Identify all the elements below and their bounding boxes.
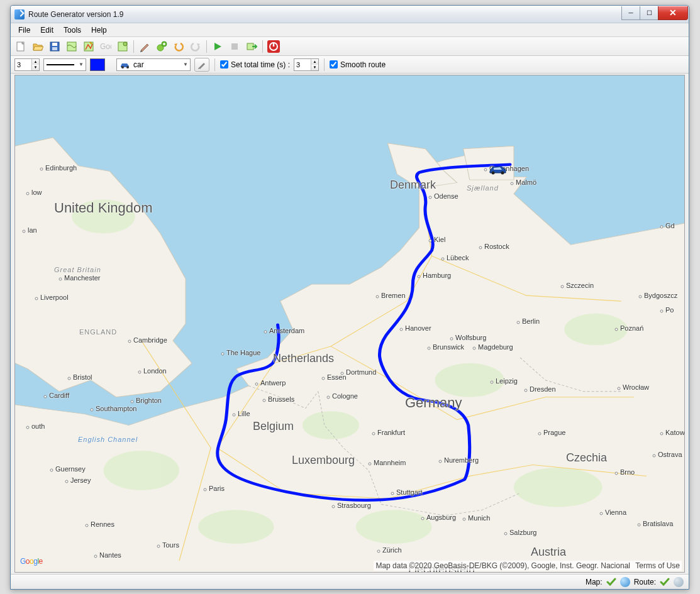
svg-point-21 bbox=[435, 363, 504, 397]
minimize-button[interactable]: ─ bbox=[621, 6, 640, 20]
city-dot bbox=[600, 512, 603, 515]
separator bbox=[206, 40, 207, 53]
city-label: Leipzig bbox=[496, 377, 518, 385]
map-svg bbox=[15, 75, 684, 572]
generate-icon[interactable] bbox=[244, 39, 259, 54]
open-icon[interactable] bbox=[30, 39, 45, 54]
city-dot bbox=[44, 395, 47, 399]
menu-edit[interactable]: Edit bbox=[35, 25, 58, 36]
spinner-buttons[interactable]: ▲▼ bbox=[31, 59, 39, 70]
power-icon[interactable] bbox=[266, 39, 281, 54]
city-label: Tours bbox=[162, 541, 179, 549]
globe-icon[interactable] bbox=[620, 577, 630, 587]
add-point-icon[interactable] bbox=[154, 39, 169, 54]
new-icon[interactable] bbox=[13, 39, 28, 54]
city-label: Guernsey bbox=[55, 465, 86, 473]
smooth-route-label: Smooth route bbox=[340, 60, 386, 69]
spinner-buttons[interactable]: ▲▼ bbox=[311, 59, 318, 70]
vehicle-combo[interactable]: car bbox=[116, 58, 191, 71]
city-dot bbox=[615, 328, 618, 331]
vehicle-marker bbox=[489, 165, 508, 175]
city-dot bbox=[138, 371, 142, 374]
country-label: United Kingdom bbox=[54, 200, 153, 216]
city-label: Nuremberg bbox=[444, 456, 479, 464]
city-label: lan bbox=[28, 226, 37, 234]
map-attribution: Map data ©2020 GeoBasis-DE/BKG (©2009), … bbox=[374, 561, 682, 571]
city-label: Brunswick bbox=[433, 343, 464, 351]
city-label: Szczecin bbox=[566, 282, 594, 289]
separator bbox=[324, 58, 325, 71]
menu-file[interactable]: File bbox=[13, 25, 35, 36]
city-label: Cambridge bbox=[133, 336, 167, 344]
statusbar: Map: Route: bbox=[11, 574, 689, 589]
play-icon[interactable] bbox=[210, 39, 225, 54]
city-dot bbox=[450, 338, 453, 341]
city-dot bbox=[525, 389, 528, 392]
total-time-spinner[interactable]: ▲▼ bbox=[294, 58, 319, 71]
city-label: Jersey bbox=[70, 476, 91, 484]
city-dot bbox=[35, 297, 38, 300]
google-maps-icon[interactable]: Google bbox=[98, 39, 113, 54]
preferences-icon[interactable] bbox=[115, 39, 130, 54]
city-label: Stuttgart bbox=[396, 488, 423, 496]
maximize-button[interactable]: ☐ bbox=[640, 6, 658, 20]
menu-help[interactable]: Help bbox=[86, 25, 112, 36]
city-dot bbox=[439, 460, 442, 463]
svg-point-8 bbox=[123, 42, 127, 46]
city-dot bbox=[638, 524, 641, 527]
globe-icon[interactable] bbox=[674, 577, 684, 587]
total-time-input[interactable] bbox=[294, 59, 311, 70]
svg-rect-2 bbox=[52, 43, 57, 46]
draw-mode-icon[interactable] bbox=[137, 39, 152, 54]
city-dot bbox=[421, 517, 425, 520]
svg-point-25 bbox=[198, 510, 274, 544]
undo-icon[interactable] bbox=[171, 39, 186, 54]
city-label: Brussels bbox=[268, 395, 294, 403]
city-dot bbox=[517, 321, 520, 324]
separator bbox=[262, 40, 263, 53]
city-label: Rostock bbox=[484, 243, 509, 250]
smooth-route-checkbox[interactable] bbox=[330, 60, 338, 69]
city-label: Bydgoszcz bbox=[644, 292, 677, 299]
city-dot bbox=[429, 196, 432, 199]
city-label: Brno bbox=[620, 468, 635, 476]
city-label: Lübeck bbox=[447, 254, 469, 261]
line-style-combo[interactable] bbox=[43, 58, 86, 71]
save-icon[interactable] bbox=[47, 39, 62, 54]
city-dot bbox=[473, 347, 476, 350]
titlebar[interactable]: Route Generator version 1.9 ─ ☐ ✕ bbox=[11, 6, 689, 23]
city-label: Prague bbox=[543, 429, 565, 436]
stop-icon[interactable] bbox=[227, 39, 242, 54]
import-map-icon[interactable] bbox=[64, 39, 79, 54]
pen-width-input[interactable] bbox=[15, 59, 31, 70]
pen-width-spinner[interactable]: ▲▼ bbox=[14, 58, 40, 71]
region-label: Great Britain bbox=[54, 266, 101, 273]
city-label: Munich bbox=[468, 514, 490, 522]
import-gpx-icon[interactable] bbox=[81, 39, 96, 54]
country-label: Austria bbox=[531, 546, 566, 559]
options-toolbar: ▲▼ car Set total time (s) : ▲▼ Smooth ro… bbox=[11, 56, 689, 74]
city-dot bbox=[660, 310, 664, 313]
set-total-time-checkbox[interactable] bbox=[220, 60, 228, 69]
menu-tools[interactable]: Tools bbox=[58, 25, 86, 36]
menubar: File Edit Tools Help bbox=[11, 23, 689, 37]
map-canvas[interactable]: United KingdomNetherlandsBelgiumGermanyD… bbox=[14, 75, 685, 573]
edit-vehicle-button[interactable] bbox=[194, 58, 209, 72]
main-toolbar: Google bbox=[11, 37, 689, 56]
city-dot bbox=[263, 399, 266, 402]
city-label: Paris bbox=[209, 485, 225, 492]
svg-point-16 bbox=[126, 66, 129, 69]
close-button[interactable]: ✕ bbox=[658, 6, 688, 20]
city-label: outh bbox=[31, 422, 45, 430]
terms-link[interactable]: Terms of Use bbox=[635, 561, 680, 570]
region-label: ENGLAND bbox=[79, 328, 117, 336]
redo-icon[interactable] bbox=[188, 39, 203, 54]
city-dot bbox=[91, 409, 94, 412]
route-color-swatch[interactable] bbox=[90, 58, 105, 71]
city-label: Lille bbox=[238, 410, 250, 417]
city-dot bbox=[442, 258, 445, 261]
country-label: Denmark bbox=[390, 179, 436, 192]
city-label: Odense bbox=[434, 192, 458, 200]
city-dot bbox=[23, 230, 26, 233]
city-dot bbox=[660, 226, 664, 229]
